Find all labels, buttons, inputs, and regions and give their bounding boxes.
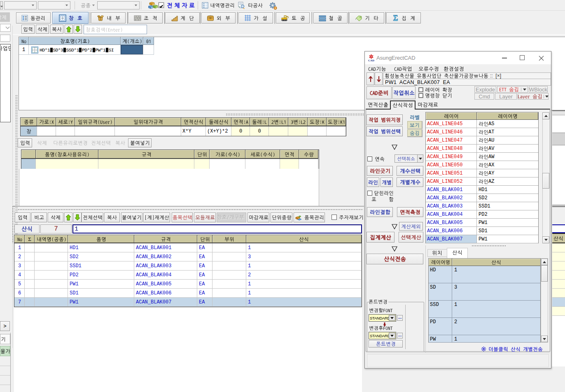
svg-text:CAD: CAD — [368, 59, 374, 62]
svg-text:Σ: Σ — [393, 14, 398, 22]
